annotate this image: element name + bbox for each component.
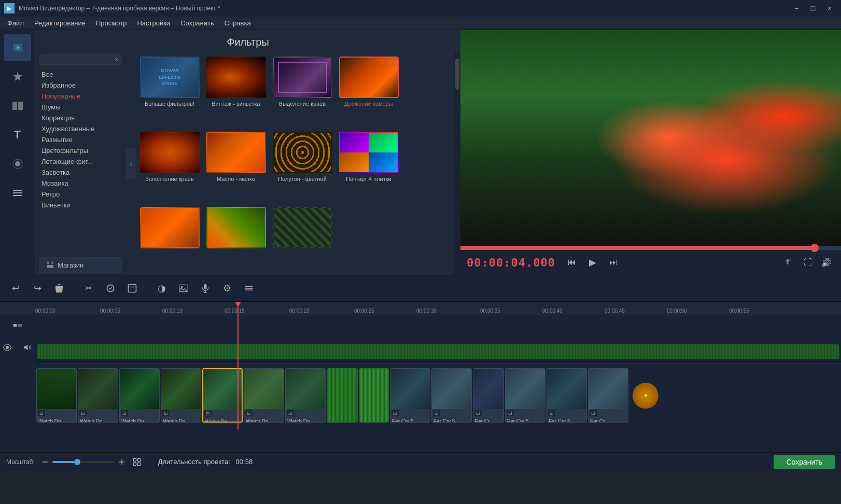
- clip-farcry-5[interactable]: ⊡ Far Cry 5...: [546, 368, 587, 423]
- menu-file[interactable]: Файл: [2, 18, 29, 28]
- clip-5-selected[interactable]: ⊡ Watch Do...: [202, 368, 243, 423]
- clip-farcry-2[interactable]: ⊡ Far Cry 5...: [431, 368, 472, 423]
- maximize-button[interactable]: □: [806, 3, 820, 13]
- category-exposure[interactable]: Засветка: [39, 167, 122, 178]
- filter-oil[interactable]: Масло - мелко: [205, 132, 267, 203]
- more-button[interactable]: [240, 279, 258, 298]
- clip-farcry-1[interactable]: ⊡ Far Cry 5...: [390, 368, 430, 423]
- menu-save[interactable]: Сохранить: [175, 18, 219, 28]
- category-all[interactable]: Все: [39, 69, 122, 80]
- export-button[interactable]: [781, 254, 797, 271]
- green-clip-2[interactable]: [359, 368, 389, 423]
- scrollbar[interactable]: [454, 52, 460, 275]
- filter-thumb-oil[interactable]: [206, 132, 266, 173]
- category-color-filters[interactable]: Цветофильтры: [39, 145, 122, 156]
- timeline-tracks[interactable]: ⊡ Watch Do... ⊡ Watch Dc... ⊡ Wat: [35, 315, 841, 452]
- category-favorites[interactable]: Избранное: [39, 80, 122, 91]
- sidebar-menu-btn[interactable]: [4, 179, 31, 206]
- filter-row3-1[interactable]: [138, 207, 201, 271]
- undo-button[interactable]: ↩: [6, 279, 25, 298]
- green-clip-1[interactable]: [327, 368, 358, 423]
- filter-effects-store[interactable]: MOVAVIEFFECTSSTORE Больше фильтров!: [138, 57, 201, 128]
- filter-fill-edge[interactable]: Заполнение краёв: [138, 132, 201, 203]
- toggle-video-visibility[interactable]: [0, 340, 17, 355]
- category-flying[interactable]: Летающие фиг...: [39, 156, 122, 167]
- fit-icon[interactable]: [132, 457, 142, 467]
- trim-button[interactable]: [123, 279, 142, 298]
- filter-edge[interactable]: Выделение краёв: [271, 57, 333, 128]
- filter-thumb-row3-2[interactable]: [206, 207, 266, 248]
- category-mosaic[interactable]: Мозаика: [39, 178, 122, 189]
- clip-farcry-3[interactable]: ⊡ Far Cr...: [473, 368, 504, 423]
- minimize-button[interactable]: −: [789, 3, 804, 13]
- scroll-thumb[interactable]: [455, 59, 459, 90]
- clip-2[interactable]: ⊡ Watch Dc...: [78, 368, 118, 423]
- category-noise[interactable]: Шумы: [39, 102, 122, 113]
- play-button[interactable]: ▶: [584, 254, 601, 271]
- close-button[interactable]: ×: [822, 3, 837, 13]
- filter-thumb-edge[interactable]: [273, 57, 332, 98]
- sidebar-text-btn[interactable]: T: [4, 121, 31, 148]
- category-vignettes[interactable]: Виньетки: [39, 200, 122, 211]
- mic-button[interactable]: [196, 279, 215, 298]
- filter-row3-2[interactable]: [205, 207, 267, 271]
- scale-slider[interactable]: [52, 461, 115, 463]
- filter-thumb-fill-edge[interactable]: [140, 132, 200, 173]
- filter-thumb-halftone[interactable]: [273, 132, 332, 173]
- sidebar-filters-btn[interactable]: [4, 150, 31, 177]
- progress-thumb[interactable]: [810, 244, 819, 252]
- category-popular[interactable]: Популярные: [39, 91, 122, 102]
- toggle-audio-visibility[interactable]: [19, 340, 37, 355]
- search-input[interactable]: [43, 56, 115, 63]
- nav-prev-arrow[interactable]: ‹: [126, 148, 136, 179]
- cut-button[interactable]: ✂: [79, 279, 98, 298]
- volume-button[interactable]: 🔊: [818, 254, 835, 271]
- delete-button[interactable]: [50, 279, 68, 298]
- category-correction[interactable]: Коррекция: [39, 113, 122, 123]
- category-artistic[interactable]: Художественные: [39, 123, 122, 134]
- redo-button[interactable]: ↪: [28, 279, 47, 298]
- image-button[interactable]: [174, 279, 193, 298]
- scale-controls[interactable]: [41, 458, 126, 466]
- fit-controls[interactable]: [132, 457, 142, 467]
- clip-6[interactable]: ⊡ Watch Do...: [244, 368, 284, 423]
- scale-slider-thumb[interactable]: [74, 459, 80, 465]
- filter-thumb-row3-1[interactable]: [140, 207, 200, 248]
- sidebar-transitions-btn[interactable]: [4, 92, 31, 119]
- filter-halftone[interactable]: Полутон - цветной: [271, 132, 333, 203]
- filter-thumb-vignette[interactable]: [206, 57, 266, 98]
- add-track-button[interactable]: [8, 319, 27, 334]
- store-button[interactable]: Магазин: [39, 257, 122, 273]
- clip-farcry-4[interactable]: ⊡ Far Cry 5...: [505, 368, 545, 423]
- clip-4[interactable]: ⊡ Watch Do...: [161, 368, 201, 423]
- fullscreen-button[interactable]: ⛶: [800, 254, 816, 271]
- prev-frame-button[interactable]: ⏮: [564, 254, 580, 271]
- sidebar-effects-btn[interactable]: [4, 63, 31, 90]
- menu-view[interactable]: Просмотр: [91, 18, 132, 28]
- filter-thumb-shake[interactable]: ♥: [339, 57, 399, 98]
- filter-vignette[interactable]: Винтаж - виньетка: [205, 57, 267, 128]
- menu-settings[interactable]: Настройки: [132, 18, 175, 28]
- filter-shake[interactable]: ♥ Дрожание камеры: [338, 57, 400, 128]
- clear-icon[interactable]: ×: [115, 56, 118, 63]
- menu-help[interactable]: Справка: [219, 18, 256, 28]
- clip-farcry-6[interactable]: ⊡ Far Cr...: [588, 368, 628, 423]
- preview-progress-bar[interactable]: [460, 246, 841, 250]
- filter-popart[interactable]: Поп-арт 4 плитки: [338, 132, 400, 203]
- copy-button[interactable]: [101, 279, 120, 298]
- filter-thumb-row3-3[interactable]: [273, 207, 332, 248]
- settings-button[interactable]: ⚙: [218, 279, 236, 298]
- menu-edit[interactable]: Редактирование: [29, 18, 91, 28]
- titlebar-controls[interactable]: − □ ×: [789, 3, 837, 13]
- save-button[interactable]: Сохранить: [774, 455, 835, 469]
- sidebar-media-btn[interactable]: [4, 34, 31, 61]
- clip-1[interactable]: ⊡ Watch Do...: [36, 368, 77, 423]
- search-box[interactable]: ×: [39, 54, 122, 65]
- color-button[interactable]: ◑: [152, 279, 171, 298]
- filter-row3-3[interactable]: [271, 207, 333, 271]
- next-frame-button[interactable]: ⏭: [605, 254, 622, 271]
- category-blur[interactable]: Размытие: [39, 134, 122, 145]
- clip-7[interactable]: ⊡ Watch Do...: [285, 368, 326, 423]
- category-retro[interactable]: Ретро: [39, 189, 122, 200]
- filter-thumb-popart[interactable]: [339, 132, 399, 173]
